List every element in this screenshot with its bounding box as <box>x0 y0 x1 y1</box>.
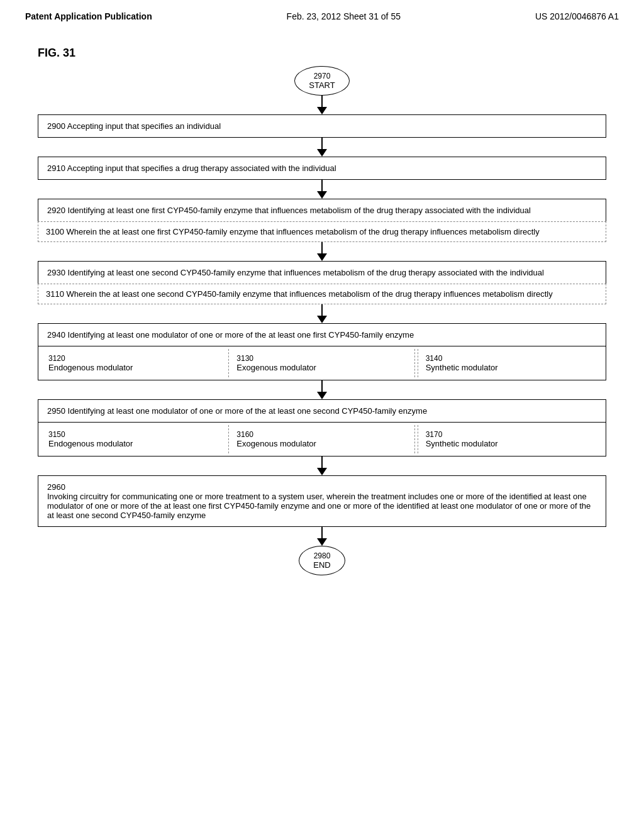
arrow-line-3 <box>321 180 323 191</box>
node-3150: 3150 Endogenous modulator <box>41 425 226 453</box>
node-3130: 3130 Exogenous modulator <box>228 349 414 377</box>
arrow-line-4 <box>321 242 323 253</box>
conn-2 <box>317 138 327 157</box>
arrow-line-6 <box>321 380 323 392</box>
conn-8 <box>317 527 327 546</box>
node-2960: 2960 Invoking circuitry for communicatin… <box>38 475 606 527</box>
arrow-line-1 <box>321 96 323 107</box>
node-3100: 3100 Wherein the at least one first CYP4… <box>38 221 606 242</box>
node-3160: 3160 Exogenous modulator <box>228 425 414 453</box>
node-2940-group: 2940 Identifying at least one modulator … <box>38 323 606 380</box>
arrow-line-8 <box>321 527 323 538</box>
arrow-head-5 <box>317 316 327 323</box>
node-3140: 3140 Synthetic modulator <box>418 349 603 377</box>
arrow-head-8 <box>317 538 327 546</box>
node-2940: 2940 Identifying at least one modulator … <box>38 323 606 346</box>
sheet-info: Feb. 23, 2012 Sheet 31 of 55 <box>287 11 401 21</box>
arrow-head-1 <box>317 107 327 114</box>
arrow-head-7 <box>317 468 327 475</box>
conn-7 <box>317 456 327 475</box>
node-3170: 3170 Synthetic modulator <box>418 425 603 453</box>
node-2920-group: 2920 Identifying at least one first CYP4… <box>38 199 606 242</box>
arrow-head-3 <box>317 191 327 199</box>
node-2900: 2900 Accepting input that specifies an i… <box>38 114 606 138</box>
node-2930-group: 2930 Identifying at least one second CYP… <box>38 261 606 304</box>
arrow-head-2 <box>317 149 327 157</box>
patent-number: US 2012/0046876 A1 <box>535 11 619 21</box>
arrow-head-4 <box>317 253 327 261</box>
node-2920: 2920 Identifying at least one first CYP4… <box>38 199 606 221</box>
node-3110: 3110 Wherein the at least one second CYP… <box>38 284 606 304</box>
node-3120: 3120 Endogenous modulator <box>41 349 226 377</box>
start-connector: 2970 START <box>294 66 349 114</box>
conn-3 <box>317 180 327 199</box>
conn-6 <box>317 380 327 399</box>
end-node: 2980 END <box>299 546 345 575</box>
node-2950-group: 2950 Identifying at least one modulator … <box>38 399 606 456</box>
arrow-head-6 <box>317 392 327 399</box>
arrow-line-5 <box>321 304 323 316</box>
arrow-line-7 <box>321 456 323 468</box>
conn-5 <box>317 304 327 323</box>
page-header: Patent Application Publication Feb. 23, … <box>0 0 644 28</box>
fig-label: FIG. 31 <box>38 47 606 60</box>
flowchart: 2970 START 2900 Accepting input that spe… <box>38 66 606 575</box>
node-2950: 2950 Identifying at least one modulator … <box>38 399 606 423</box>
main-content: FIG. 31 2970 START 2900 Accepting input … <box>0 28 644 594</box>
start-node: 2970 START <box>294 66 349 96</box>
arrow-line-2 <box>321 138 323 149</box>
node-2910: 2910 Accepting input that specifies a dr… <box>38 157 606 180</box>
publication-label: Patent Application Publication <box>25 11 152 21</box>
conn-4 <box>317 242 327 261</box>
node-2930: 2930 Identifying at least one second CYP… <box>38 261 606 284</box>
